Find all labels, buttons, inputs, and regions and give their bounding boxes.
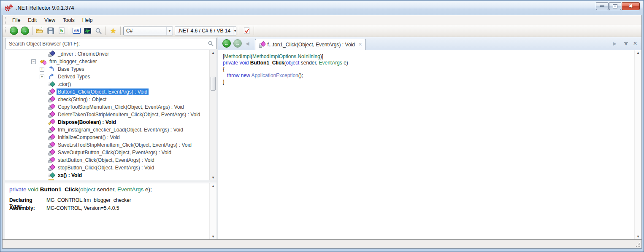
menu-help[interactable]: Help — [78, 16, 97, 24]
tree-item[interactable]: Dispose(Boolean) : Void — [5, 118, 216, 126]
menubar-grip[interactable] — [5, 17, 7, 24]
scroll-down-icon[interactable]: ▼ — [635, 235, 641, 239]
forward-button[interactable]: → — [20, 26, 30, 36]
method-internal-icon — [48, 172, 57, 179]
tree-item-label: InitializeComponent() : Void — [57, 134, 121, 141]
expand-icon[interactable]: + — [40, 67, 44, 72]
minimize-button[interactable] — [596, 2, 609, 10]
tree-item[interactable]: _driver : ChromeDriver — [5, 50, 216, 58]
menu-edit[interactable]: Edit — [24, 16, 41, 24]
statusbar — [3, 239, 641, 248]
disassembler-button[interactable] — [82, 26, 92, 36]
object-browser-tree: _driver : ChromeDriver−frm_blogger_check… — [5, 50, 216, 180]
scroll-up-icon[interactable]: ▲ — [210, 184, 216, 188]
field-private-icon — [48, 51, 57, 57]
document-panel: ← → ◀ f...ton1_Click(Object, EventArgs) … — [218, 37, 641, 239]
tree-item-label: check(String) : Object — [57, 96, 108, 103]
scroll-down-icon[interactable]: ▼ — [210, 235, 216, 239]
tree-item[interactable]: stopButton_Click(Object, EventArgs) : Vo… — [5, 164, 216, 172]
tree-item-label: frm_instagram_checker_Load(Object, Event… — [57, 126, 184, 133]
minimize-icon — [600, 5, 604, 7]
method-private-icon — [48, 104, 57, 110]
check-page-icon — [244, 27, 250, 34]
scroll-tabs-right-icon[interactable]: ▶ — [613, 41, 616, 46]
source-code[interactable]: [MethodImpl(MethodImplOptions.NoInlining… — [223, 54, 633, 85]
find-words-button[interactable]: AB — [71, 26, 81, 36]
app-body: File Edit View Tools Help ← → — [2, 15, 642, 249]
scroll-tabs-left-icon[interactable]: ◀ — [246, 41, 249, 46]
tree-item-label: CopyToolStripMenuItem_Click(Object, Even… — [57, 104, 185, 110]
code-scrollbar[interactable]: ▲ ▼ — [634, 50, 641, 239]
class-icon — [40, 58, 48, 65]
back-icon: ← — [222, 39, 231, 48]
star-icon: ★ — [110, 27, 116, 35]
tree-item[interactable]: +Base Types — [5, 65, 216, 73]
favorites-button[interactable]: ★ — [108, 26, 118, 36]
toolbar-separator — [32, 27, 32, 35]
framework-dropdown[interactable]: .NET 4.6 / C# 6 / VB 14 ▼ — [175, 27, 236, 35]
close-document-icon[interactable]: ✕ — [633, 40, 637, 46]
tree-item[interactable]: Button1_Click(Object, EventArgs) : Void — [5, 88, 216, 96]
tree-scrollbar[interactable]: ▲ ▼ — [209, 50, 216, 180]
refresh-button[interactable]: ↻ — [57, 26, 67, 36]
document-tab[interactable]: f...ton1_Click(Object, EventArgs) : Void… — [255, 39, 366, 50]
tree-item[interactable]: InitializeComponent() : Void — [5, 134, 216, 141]
toolbar: ← → ↻ — [3, 25, 641, 37]
scroll-up-icon[interactable]: ▲ — [635, 51, 641, 55]
search-input[interactable] — [5, 38, 216, 49]
tab-close-icon[interactable]: ✕ — [358, 42, 362, 47]
collapse-icon[interactable]: − — [31, 59, 36, 64]
tree-item-label: stopButton_Click(Object, EventArgs) : Vo… — [57, 164, 155, 171]
tree-item[interactable]: −frm_blogger_checker — [5, 58, 216, 65]
save-button[interactable] — [46, 26, 56, 36]
search-button[interactable] — [93, 26, 103, 36]
menu-tools[interactable]: Tools — [59, 16, 78, 24]
menubar: File Edit View Tools Help — [3, 15, 641, 25]
tree-item[interactable]: check(String) : Object — [5, 96, 216, 103]
base-types-icon — [48, 66, 57, 72]
restore-icon — [613, 5, 617, 8]
tab-list-icon[interactable]: ▼ — [624, 42, 628, 46]
expand-icon[interactable]: + — [40, 75, 44, 79]
verify-button[interactable] — [241, 26, 252, 36]
doc-forward-button[interactable]: → — [233, 38, 243, 48]
tree-item[interactable]: +Derived Types — [5, 73, 216, 80]
tree-item[interactable]: frm_instagram_checker_Load(Object, Event… — [5, 126, 216, 134]
reflector-logo-icon — [4, 4, 14, 12]
tab-label: f...ton1_Click(Object, EventArgs) : Void — [267, 42, 354, 48]
signature-scrollbar[interactable]: ▲ ▼ — [209, 183, 216, 239]
toolbar-separator — [120, 27, 121, 35]
tree-item-label: Derived Types — [57, 73, 91, 80]
disassembly-icon — [84, 28, 91, 34]
tree-item[interactable]: SaveListToolStripMenuItem_Click(Object, … — [5, 141, 216, 149]
open-folder-icon — [36, 27, 43, 34]
tree-item[interactable]: startButton_Click(Object, EventArgs) : V… — [5, 156, 216, 164]
toolbar-grip[interactable] — [5, 27, 7, 34]
tree-item-label: startButton_Click(Object, EventArgs) : V… — [57, 157, 156, 164]
menu-file[interactable]: File — [8, 16, 24, 24]
tree-item[interactable]: xx() : Void — [5, 172, 216, 179]
method-private-icon — [259, 41, 267, 48]
resize-grip[interactable] — [635, 242, 640, 247]
tree-item[interactable]: CopyToolStripMenuItem_Click(Object, Even… — [5, 103, 216, 111]
open-button[interactable] — [35, 26, 45, 36]
toolbar-separator — [254, 27, 254, 35]
restore-button[interactable] — [609, 2, 621, 10]
menu-view[interactable]: View — [41, 16, 59, 24]
method-private-icon — [48, 149, 57, 156]
tree-item[interactable]: DeleteTakenToolStripMenuItem_Click(Objec… — [5, 111, 216, 118]
forward-icon: → — [21, 27, 29, 35]
language-dropdown[interactable]: C# ▼ — [123, 27, 173, 35]
back-button[interactable]: ← — [9, 26, 19, 36]
tree-item[interactable]: SaveOutputButton_Click(Object, EventArgs… — [5, 149, 216, 156]
search-icon — [208, 40, 214, 46]
app-window: .NET Reflector 9.0.1.374 ✖ File Edit Vie… — [0, 0, 644, 252]
scrollbar-thumb[interactable] — [211, 77, 216, 91]
doc-back-button[interactable]: ← — [222, 38, 232, 48]
close-button[interactable]: ✖ — [622, 2, 640, 10]
scroll-down-icon[interactable]: ▼ — [210, 176, 216, 180]
scroll-up-icon[interactable]: ▲ — [210, 51, 216, 55]
close-icon: ✖ — [629, 3, 633, 9]
tree-item[interactable]: .ctor() — [5, 80, 216, 88]
tree-item-label: Base Types — [57, 66, 85, 72]
